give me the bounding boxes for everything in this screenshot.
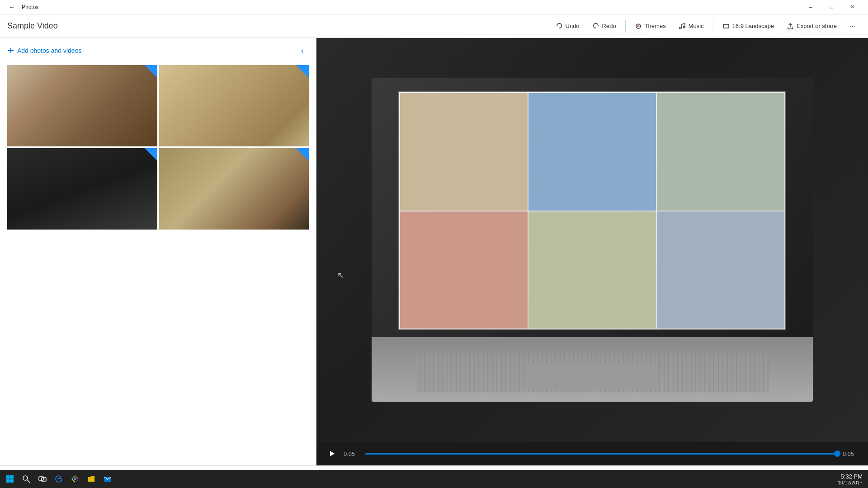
svg-rect-25 <box>10 479 14 483</box>
redo-icon <box>592 23 599 30</box>
themes-button[interactable]: Themes <box>629 20 671 33</box>
right-panel: ↖ 0:05 0:05 <box>316 38 868 465</box>
export-button[interactable]: Export or share <box>781 20 842 33</box>
mail-icon <box>104 475 112 483</box>
screen-thumb <box>528 211 656 329</box>
app-name: Photos <box>22 4 38 10</box>
music-button[interactable]: Music <box>673 20 709 33</box>
page-title: Sample Video <box>7 21 58 31</box>
video-placeholder: ↖ <box>316 38 868 442</box>
task-view-icon <box>38 475 47 483</box>
laptop-frame <box>372 78 813 401</box>
collapse-panel-button[interactable]: ‹ <box>296 44 309 57</box>
play-button[interactable] <box>326 447 338 460</box>
more-button[interactable]: ⋯ <box>844 20 861 32</box>
selected-indicator <box>145 148 157 161</box>
mail-taskbar-icon[interactable] <box>99 471 116 487</box>
screen-thumb <box>657 211 784 329</box>
photo-item[interactable] <box>159 148 309 230</box>
svg-rect-3 <box>723 24 729 28</box>
svg-rect-23 <box>10 475 14 479</box>
edge-icon <box>55 475 63 483</box>
trackpad <box>526 363 659 389</box>
taskbar-right: 5:32 PM 10/12/2017 <box>838 473 866 485</box>
separator-2 <box>713 20 713 33</box>
screen-thumb <box>528 93 656 211</box>
taskbar-icons <box>18 471 116 487</box>
play-icon <box>328 450 335 457</box>
redo-button[interactable]: Redo <box>587 20 622 33</box>
back-button[interactable]: ← <box>5 1 18 14</box>
svg-rect-22 <box>6 475 10 479</box>
left-panel-header: Add photos and videos ‹ <box>0 38 316 63</box>
selected-indicator <box>296 65 309 78</box>
screen-thumb <box>400 93 528 211</box>
left-panel: Add photos and videos ‹ <box>0 38 316 465</box>
start-button[interactable] <box>2 471 18 487</box>
aspect-ratio-icon <box>722 23 730 30</box>
screen-area <box>398 91 787 330</box>
taskbar: 5:32 PM 10/12/2017 <box>0 470 868 488</box>
video-controls: 0:05 0:05 <box>316 442 868 465</box>
maximize-button[interactable]: □ <box>821 0 842 14</box>
screen-thumb <box>400 211 528 329</box>
undo-icon <box>556 23 563 30</box>
chrome-taskbar-icon[interactable] <box>67 471 83 487</box>
main-content: Add photos and videos ‹ <box>0 38 868 465</box>
photo-item[interactable] <box>7 148 157 230</box>
progress-bar[interactable] <box>365 453 837 455</box>
explorer-icon <box>87 475 95 483</box>
cursor-indicator: ↖ <box>337 270 344 280</box>
photo-grid <box>0 63 316 231</box>
close-button[interactable]: ✕ <box>842 0 863 14</box>
export-icon <box>787 23 794 30</box>
task-view-taskbar-icon[interactable] <box>34 471 51 487</box>
chrome-icon <box>71 475 79 483</box>
video-content <box>372 78 813 401</box>
search-taskbar-icon[interactable] <box>18 471 34 487</box>
selected-indicator <box>145 65 157 78</box>
screen-content <box>399 92 786 329</box>
themes-icon <box>635 23 642 30</box>
time-total: 0:05 <box>843 450 859 457</box>
selected-indicator <box>296 148 309 161</box>
svg-point-31 <box>74 478 76 480</box>
svg-rect-29 <box>42 478 46 481</box>
music-icon <box>679 23 686 30</box>
undo-button[interactable]: Undo <box>550 20 585 33</box>
video-preview: ↖ <box>316 38 868 442</box>
windows-logo-icon <box>6 475 14 483</box>
add-photos-button[interactable]: Add photos and videos <box>7 47 81 54</box>
photo-item[interactable] <box>7 65 157 146</box>
system-clock: 5:32 PM 10/12/2017 <box>838 473 863 485</box>
search-icon <box>22 475 30 483</box>
aspect-ratio-button[interactable]: 16:9 Landscape <box>717 20 780 33</box>
explorer-taskbar-icon[interactable] <box>83 471 99 487</box>
svg-rect-24 <box>6 479 10 483</box>
add-icon <box>7 47 14 54</box>
photo-item[interactable] <box>159 65 309 146</box>
time-current: 0:05 <box>344 450 360 457</box>
screen-thumb <box>657 93 784 211</box>
svg-marker-6 <box>330 451 335 456</box>
toolbar: Sample Video Undo Redo Themes <box>0 14 868 38</box>
progress-fill <box>365 453 837 455</box>
progress-thumb <box>834 450 840 457</box>
window-controls: ─ □ ✕ <box>800 0 863 14</box>
svg-line-27 <box>27 480 30 483</box>
minimize-button[interactable]: ─ <box>800 0 821 14</box>
separator-1 <box>625 20 626 33</box>
svg-point-26 <box>23 476 28 480</box>
edge-taskbar-icon[interactable] <box>51 471 67 487</box>
title-bar: ← Photos ─ □ ✕ <box>0 0 868 14</box>
